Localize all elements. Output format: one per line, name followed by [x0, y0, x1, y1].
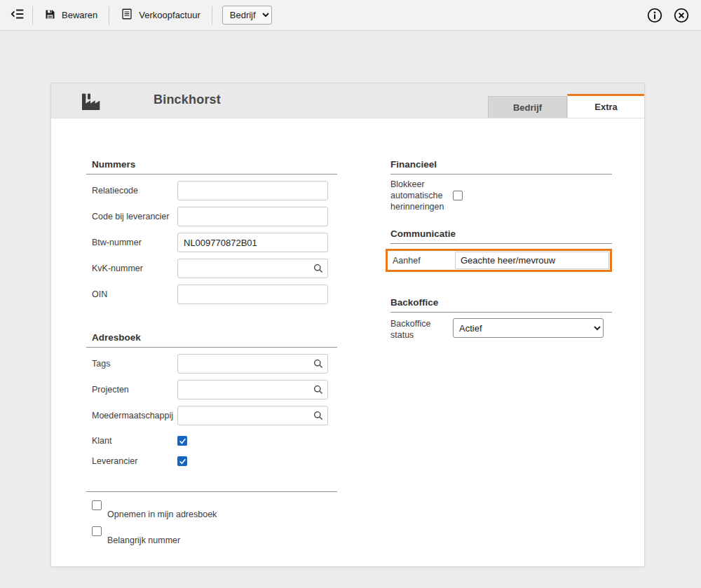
aanhef-highlight-annotation: Aanhef [386, 249, 612, 272]
toolbar-divider [32, 6, 33, 25]
sidebar-toggle-button[interactable] [7, 4, 28, 27]
field-label: Relatiecode [86, 186, 177, 196]
factory-icon [79, 90, 102, 113]
relation-detail-card: Binckhorst Bedrijf Extra Nummers Relatie… [50, 83, 645, 567]
save-icon [44, 8, 56, 22]
btw-nummer-input[interactable] [177, 233, 328, 252]
kvk-nummer-input[interactable] [177, 259, 328, 278]
save-button[interactable]: Bewaren [37, 4, 104, 27]
field-row-kvk-nummer: KvK-nummer [86, 259, 337, 278]
sales-invoice-button[interactable]: Verkoopfactuur [114, 4, 207, 27]
close-icon[interactable] [673, 7, 690, 24]
field-label: OIN [86, 289, 177, 299]
save-button-label: Bewaren [62, 10, 97, 20]
oin-input[interactable] [177, 285, 328, 304]
field-row-relatiecode: Relatiecode [86, 181, 337, 200]
field-label: Leverancier [86, 456, 177, 466]
search-icon[interactable] [313, 384, 324, 395]
klant-checkbox[interactable] [177, 436, 187, 446]
checkbox-label: Belangrijk nummer [107, 526, 180, 545]
section-heading-financieel: Financieel [390, 153, 612, 175]
field-label: Backoffice status [390, 318, 453, 341]
divider-rule [86, 491, 337, 492]
field-label: Projecten [86, 385, 177, 395]
field-row-projecten: Projecten [86, 380, 337, 399]
leverancier-row: Leverancier [86, 456, 337, 466]
belangrijk-nummer-checkbox[interactable] [92, 526, 102, 536]
sales-invoice-button-label: Verkoopfactuur [139, 10, 200, 20]
field-label: Aanhef [388, 256, 455, 266]
klant-row: Klant [86, 436, 337, 446]
moedermaatschappij-input[interactable] [177, 406, 328, 425]
left-column: Nummers Relatiecode Code bij leverancier… [86, 153, 337, 545]
blokkeer-row: Blokkeer automatische herinneringen [390, 179, 612, 212]
field-label: Code bij leverancier [86, 212, 177, 221]
search-icon[interactable] [313, 358, 324, 369]
field-label: Tags [86, 359, 177, 369]
relatiecode-input[interactable] [177, 181, 328, 200]
backoffice-status-row: Backoffice status Actief [390, 318, 612, 341]
toolbar-divider [212, 6, 212, 25]
adresboek-opt-row: Opnemen in mijn adresboek [86, 500, 337, 519]
section-heading-adresboek: Adresboek [86, 327, 337, 348]
field-row-moedermaatschappij: Moedermaatschappij [86, 406, 337, 425]
search-icon[interactable] [313, 410, 324, 421]
invoice-icon [121, 8, 133, 22]
section-heading-backoffice: Backoffice [390, 292, 612, 313]
field-label: Blokkeer automatische herinneringen [390, 179, 453, 212]
tab-bedrijf[interactable]: Bedrijf [488, 96, 567, 118]
field-label: Btw-nummer [86, 238, 177, 247]
belangrijk-nummer-row: Belangrijk nummer [86, 526, 337, 545]
leverancier-checkbox[interactable] [177, 456, 187, 466]
field-label: Klant [86, 436, 177, 446]
card-header: Binckhorst Bedrijf Extra [51, 83, 644, 118]
info-icon[interactable] [646, 7, 663, 24]
section-heading-nummers: Nummers [86, 153, 337, 175]
right-column: Financieel Blokkeer automatische herinne… [390, 153, 612, 341]
checkbox-label: Opnemen in mijn adresboek [107, 500, 217, 519]
projecten-input[interactable] [177, 380, 328, 399]
page-title: Binckhorst [154, 93, 221, 107]
blokkeer-herinneringen-checkbox[interactable] [453, 191, 463, 200]
field-row-code-leverancier: Code bij leverancier [86, 207, 337, 226]
backoffice-status-select[interactable]: Actief [453, 318, 604, 338]
code-bij-leverancier-input[interactable] [177, 207, 328, 226]
search-icon[interactable] [313, 263, 324, 274]
toolbar-divider [109, 6, 109, 25]
toolbar: Bewaren Verkoopfactuur Bedrijf [0, 0, 701, 31]
tab-extra[interactable]: Extra [567, 94, 644, 118]
field-label: KvK-nummer [86, 264, 177, 273]
entity-type-dropdown[interactable]: Bedrijf [222, 6, 272, 25]
field-label: Moedermaatschappij [86, 411, 177, 421]
field-row-oin: OIN [86, 285, 337, 304]
opnemen-adresboek-checkbox[interactable] [92, 500, 102, 510]
field-row-btw-nummer: Btw-nummer [86, 233, 337, 252]
aanhef-input[interactable] [455, 252, 609, 269]
tags-input[interactable] [177, 354, 328, 374]
section-heading-communicatie: Communicatie [390, 223, 612, 244]
sidebar-toggle-icon [10, 6, 25, 24]
field-row-tags: Tags [86, 354, 337, 374]
